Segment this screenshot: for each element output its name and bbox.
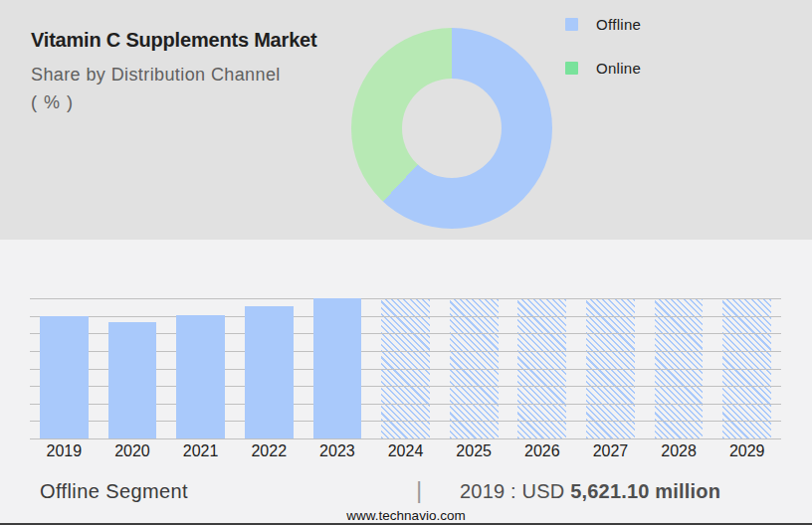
- donut-chart: [351, 28, 552, 229]
- legend-item-offline: Offline: [565, 16, 641, 33]
- bar-slot: [166, 298, 235, 438]
- bar-2022: [245, 306, 294, 438]
- x-axis-label: 2026: [508, 442, 576, 460]
- legend: Offline Online: [565, 16, 641, 103]
- x-axis-labels: 2019202020212022202320242025202620272028…: [30, 442, 781, 460]
- x-axis-label: 2028: [645, 442, 713, 460]
- gridline: [30, 298, 781, 299]
- value-prefix: 2019 : USD: [460, 480, 570, 502]
- x-axis-label: 2025: [440, 442, 508, 460]
- bar-chart-section: 2019202020212022202320242025202620272028…: [0, 240, 812, 525]
- x-axis-label: 2023: [304, 442, 372, 460]
- bar-slot: [235, 298, 304, 438]
- value-line: 2019 : USD 5,621.10 million: [460, 480, 720, 503]
- page-title: Vitamin C Supplements Market: [31, 29, 316, 52]
- donut-hole: [402, 79, 502, 178]
- x-axis-label: 2024: [371, 442, 440, 460]
- gridline: [30, 316, 781, 317]
- bar-slot: [99, 298, 167, 438]
- bar-2020: [108, 322, 157, 438]
- x-axis-label: 2027: [576, 442, 645, 460]
- unit-label: ( % ): [31, 88, 316, 116]
- offline-swatch: [565, 18, 578, 31]
- segment-label: Offline Segment: [40, 480, 188, 503]
- value-bold: 5,621.10 million: [570, 480, 720, 502]
- x-axis-label: 2022: [235, 442, 304, 460]
- online-swatch: [565, 62, 578, 75]
- bar-slot: [304, 298, 372, 438]
- bar-slot: [30, 298, 99, 438]
- bar-2023: [313, 298, 362, 438]
- infographic: Vitamin C Supplements Market Share by Di…: [0, 0, 812, 525]
- x-axis-label: 2020: [99, 442, 167, 460]
- x-axis-label: 2029: [712, 442, 781, 460]
- legend-label: Online: [596, 60, 641, 77]
- x-axis-label: 2021: [166, 442, 235, 460]
- website-url: www.technavio.com: [0, 508, 812, 523]
- bar-2019: [40, 316, 89, 438]
- x-axis-label: 2019: [30, 442, 99, 460]
- header: Vitamin C Supplements Market Share by Di…: [31, 29, 316, 116]
- gridline: [30, 438, 781, 439]
- bar-2021: [176, 315, 225, 438]
- legend-label: Offline: [596, 16, 641, 33]
- separator: |: [416, 476, 422, 504]
- bar-plot: [30, 298, 781, 438]
- share-section: Vitamin C Supplements Market Share by Di…: [0, 0, 812, 240]
- subtitle: Share by Distribution Channel: [31, 61, 316, 88]
- legend-item-online: Online: [565, 60, 641, 77]
